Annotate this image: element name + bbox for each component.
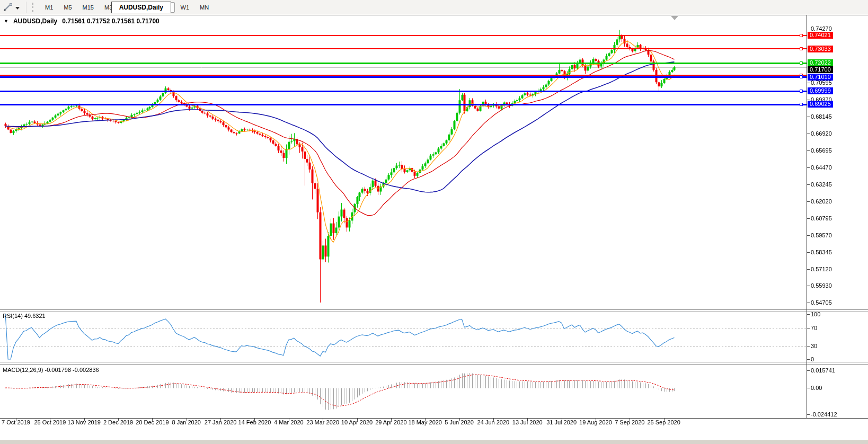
bid-price-tag: 0.71700 [808,66,833,73]
timeframe-button-mn[interactable]: MN [195,2,214,13]
date-tick-label: 20 Dec 2019 [136,419,169,425]
date-tick-label: 31 Jul 2020 [546,419,577,425]
chart-title: ▼ AUDUSD,Daily 0.71561 0.71752 0.71561 0… [4,17,160,25]
macd-scale-label: -0.024412 [811,411,837,418]
date-tick-label: 4 Mar 2020 [274,419,304,425]
hline-price-tag: 0.69025 [808,101,833,108]
timeframe-button-m5[interactable]: M5 [59,2,76,13]
toolbar-grip[interactable] [32,3,36,12]
timeframe-button-m1[interactable]: M1 [40,2,58,13]
date-tick-label: 13 Nov 2019 [67,419,100,425]
timeframe-button-m15[interactable]: M15 [78,2,99,13]
chart-canvas[interactable] [0,0,868,444]
pointer-pen-tool-icon[interactable] [3,3,13,12]
macd-scale-label: 0.015741 [811,367,835,374]
chart-shift-marker-icon[interactable] [671,16,678,20]
price-tick-label: 0.66920 [811,130,832,137]
date-tick-label: 29 Apr 2020 [375,419,406,425]
rsi-scale-label: 0 [811,356,814,362]
price-tick-label: 0.57120 [811,266,832,272]
date-tick-label: 24 Jun 2020 [477,419,510,425]
price-tick-label: 0.60795 [811,215,832,221]
date-tick-label: 5 Jun 2020 [445,419,473,425]
date-tick-label: 25 Sep 2020 [647,419,680,425]
date-tick-label: 8 Jan 2020 [172,419,201,425]
date-tick-label: 7 Sep 2020 [615,419,644,425]
price-tick-label: 0.62020 [811,198,832,205]
price-tick-label: 0.54705 [811,299,832,306]
date-tick-label: 25 Oct 2019 [34,419,66,425]
rsi-scale-label: 30 [811,343,817,349]
collapse-triangle-icon[interactable]: ▼ [4,19,8,24]
toolbar-divider [26,2,26,13]
price-tick-label: 0.68145 [811,113,832,120]
hline-price-tag: 0.69999 [808,87,833,94]
macd-indicator-label: MACD(12,26,9) -0.001798 -0.002836 [3,367,99,373]
hline-price-tag: 0.73033 [808,46,833,52]
date-tick-label: 13 Jul 2020 [512,419,543,425]
price-tick-label: 0.63245 [811,181,832,188]
hline-price-tag: 0.72022 [808,59,833,66]
date-tick-label: 23 Mar 2020 [306,419,339,425]
status-strip [0,440,868,444]
chart-ohlc-values: 0.71561 0.71752 0.71561 0.71700 [62,17,160,25]
date-tick-label: 19 Aug 2020 [579,419,612,425]
date-tick-label: 10 Apr 2020 [341,419,373,425]
timeframe-button-w1[interactable]: W1 [176,2,194,13]
price-tick-label: 0.70595 [811,79,832,86]
macd-scale-label: 0.00 [811,385,822,391]
price-tick-label: 0.58345 [811,249,832,255]
rsi-scale-label: 70 [811,325,817,331]
tab-audusd-daily[interactable]: AUDUSD,Daily [111,2,171,13]
date-tick-label: 14 Feb 2020 [238,419,271,425]
hline-price-tag: 0.71010 [808,74,833,81]
rsi-scale-label: 100 [811,311,820,317]
hline-price-tag: 0.74021 [808,32,833,39]
date-tick-label: 27 Jan 2020 [205,419,237,425]
date-tick-label: 18 May 2020 [408,419,442,425]
price-tick-label: 0.65695 [811,147,832,154]
date-tick-label: 2 Dec 2019 [103,419,133,425]
price-tick-label: 0.64470 [811,164,832,171]
price-tick-label: 0.59570 [811,232,832,238]
price-tick-label: 0.74270 [811,25,832,32]
chart-symbol-label: AUDUSD,Daily [13,17,57,25]
tool-dropdown-caret-icon[interactable] [15,7,20,10]
trading-platform-window: M1M5M15M30H1H4D1W1MN ▼ AUDUSD,Daily 0.71… [0,0,868,444]
rsi-indicator-label: RSI(14) 49.6321 [3,313,46,319]
price-tick-label: 0.55930 [811,282,832,289]
date-tick-label: 7 Oct 2019 [2,419,30,425]
